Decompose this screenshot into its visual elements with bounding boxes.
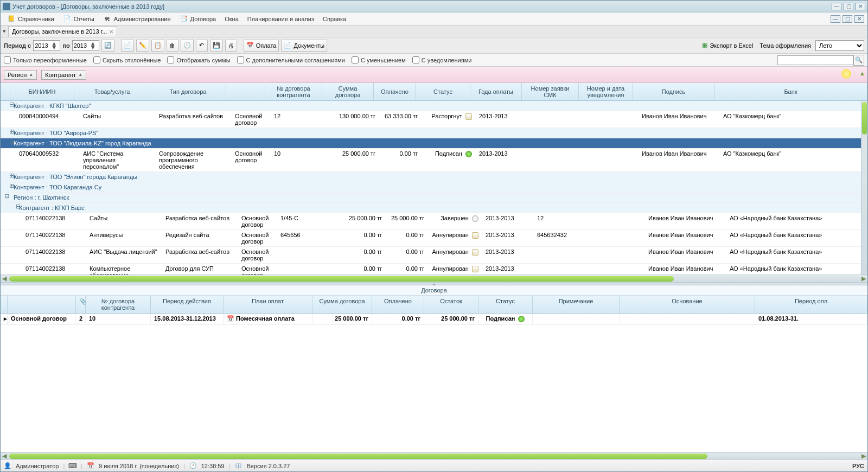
mdi-close-button[interactable]: ✕	[854, 15, 864, 23]
col-product[interactable]: Товар/услуга	[74, 83, 150, 100]
oplata-button[interactable]: Оплата	[244, 40, 279, 52]
menu-okna[interactable]: Окна	[221, 15, 242, 23]
hscroll-thumb[interactable]	[9, 276, 674, 282]
col-sign[interactable]: Подпись	[633, 83, 714, 100]
group-row-counterparty[interactable]: ⊟Контрагент : КГКП Барс	[1, 203, 867, 213]
tab-dropdown[interactable]: ▾	[1, 28, 8, 35]
edit-button[interactable]: ✏️	[136, 40, 149, 52]
save-button[interactable]: 💾	[210, 40, 223, 52]
scroll-left-arrow[interactable]: ◀	[1, 275, 8, 282]
table-row[interactable]: 071140022138АИС "Выдача лицензий"Разрабо…	[1, 247, 867, 264]
scroll-up-arrow[interactable]: ▲	[859, 70, 865, 76]
menu-dogovora[interactable]: 📑Договора	[176, 14, 220, 24]
refresh-button[interactable]: 🔄	[101, 40, 114, 52]
scroll-right-arrow[interactable]: ▶	[860, 275, 867, 282]
year-from-input[interactable]: ▲▼	[33, 40, 60, 51]
filter-with-addenda[interactable]: С дополнительными соглашениями	[237, 56, 345, 63]
theme-select[interactable]: Лето	[815, 40, 864, 51]
filter-with-decrease[interactable]: С уменьшением	[352, 56, 406, 63]
group-row-counterparty[interactable]: ⊞Контрагент : ТОО "Аврора-PS"	[1, 128, 867, 138]
grid-body[interactable]: ⊟Контрагент : КГКП "Шахтер"000840000494С…	[1, 101, 867, 275]
detail-col-name[interactable]	[8, 296, 76, 313]
detail-col-sum[interactable]: Сумма договора	[312, 296, 372, 313]
detail-col-plan[interactable]: План оплат	[224, 296, 312, 313]
history-button[interactable]: 🕘	[181, 40, 194, 52]
mdi-restore-button[interactable]: ▢	[843, 15, 852, 23]
detail-col-period[interactable]: Период действия	[151, 296, 224, 313]
copy-button[interactable]: 📋	[151, 40, 164, 52]
expand-toggle[interactable]: ⊞	[1, 128, 10, 138]
undo-button[interactable]: ↶	[196, 40, 208, 52]
menu-plan[interactable]: Планирование и анализ	[244, 15, 317, 23]
tab-contracts-2013[interactable]: Договоры, заключенные в 2013 г... ✕	[8, 26, 117, 37]
search-button[interactable]: 🔍	[853, 55, 864, 66]
expand-toggle[interactable]: ⊞	[1, 182, 10, 192]
col-type[interactable]: Тип договора	[150, 83, 226, 100]
group-chip-region[interactable]: Регион▲	[4, 70, 37, 80]
status-lang[interactable]: РУС	[852, 463, 864, 469]
documents-button[interactable]: 📄Документы	[281, 40, 327, 52]
table-row[interactable]: 071140022138Компьютерное оборудованиеДог…	[1, 264, 867, 275]
expand-toggle[interactable]: ⊟	[1, 203, 16, 213]
scroll-right-arrow[interactable]: ▶	[860, 452, 867, 460]
col-notif[interactable]: Номер и дата уведомления	[579, 83, 633, 100]
print-button[interactable]: 🖨	[225, 40, 237, 52]
col-years[interactable]: Года оплаты	[470, 83, 522, 100]
group-row-counterparty[interactable]: ⊞Контрагент : ТОО Караганда Су	[1, 182, 867, 193]
expand-toggle[interactable]: ⊟	[1, 193, 10, 202]
detail-row[interactable]: ▸ Основной договор 2 10 15.08.2013-31.12…	[1, 314, 867, 324]
group-row-counterparty[interactable]: ⊟Контрагент : ТОО "Людмила-KZ" город Кар…	[1, 138, 867, 149]
group-row-region[interactable]: ⊟Регион : г. Шахтинск	[1, 193, 867, 203]
detail-col-payperiod[interactable]: Период опл	[755, 296, 867, 313]
horizontal-scrollbar[interactable]: ◀ ▶	[1, 275, 867, 282]
detail-col-attach[interactable]: 📎	[76, 296, 86, 313]
year-to-input[interactable]: ▲▼	[72, 40, 99, 51]
menu-spravka[interactable]: Справка	[320, 15, 349, 23]
col-paid[interactable]: Оплачено	[374, 83, 416, 100]
maximize-button[interactable]: ▢	[844, 3, 853, 10]
col-bin[interactable]: БИН/ИИН	[10, 83, 74, 100]
expand-toggle[interactable]: ⊞	[1, 172, 10, 182]
menu-spravochniki[interactable]: 📒Справочники	[4, 14, 58, 24]
minimize-button[interactable]: —	[832, 3, 841, 10]
table-row[interactable]: 071140022138СайтыРазработка веб-сайтовОс…	[1, 213, 867, 230]
menu-admin[interactable]: 🛠Администрирование	[100, 14, 174, 24]
table-row[interactable]: 071140022138АнтивирусыРедизайн сайтаОсно…	[1, 230, 867, 247]
group-row-counterparty[interactable]: ⊟Контрагент : КГКП "Шахтер"	[1, 101, 867, 111]
new-button[interactable]: 📄	[121, 40, 134, 52]
filter-hide-declined[interactable]: Скрыть отклонённые	[93, 56, 161, 63]
table-row[interactable]: 000840000494СайтыРазработка веб-сайтовОс…	[1, 111, 867, 128]
expand-toggle[interactable]: ⊟	[1, 138, 10, 148]
col-smk[interactable]: Номер заявки СМК	[522, 83, 579, 100]
tab-close-button[interactable]: ✕	[109, 29, 113, 35]
detail-col-basis[interactable]: Основание	[620, 296, 755, 313]
table-row[interactable]: 070640009532АИС "Система управления перс…	[1, 149, 867, 172]
col-status[interactable]: Статус	[416, 83, 470, 100]
mdi-minimize-button[interactable]: —	[831, 15, 840, 23]
filter-show-sums[interactable]: Отображать суммы	[167, 56, 230, 63]
delete-button[interactable]: 🗑	[167, 40, 178, 52]
filter-only-reformed[interactable]: Только переоформленные	[4, 56, 87, 63]
hscroll-thumb[interactable]	[9, 454, 707, 459]
col-bank[interactable]: Банк	[714, 83, 867, 100]
menu-otchety[interactable]: 📄Отчеты	[60, 14, 98, 24]
col-blank[interactable]	[226, 83, 265, 100]
detail-col-status[interactable]: Статус	[478, 296, 533, 313]
col-no[interactable]: № договора контрагента	[265, 83, 322, 100]
close-button[interactable]: ✕	[856, 3, 865, 10]
detail-col-paid[interactable]: Оплачено	[372, 296, 424, 313]
detail-horizontal-scrollbar[interactable]: ◀ ▶	[1, 452, 867, 460]
filter-with-notif[interactable]: С уведомлениями	[412, 56, 472, 63]
vertical-scrollbar[interactable]	[861, 101, 867, 275]
search-input[interactable]	[777, 55, 853, 65]
scrollbar-thumb[interactable]	[862, 102, 867, 135]
export-excel-button[interactable]: ▦Экспорт в Excel	[700, 40, 755, 52]
group-chip-counterparty[interactable]: Контрагент▲	[41, 70, 86, 80]
col-sum[interactable]: Сумма договора	[322, 83, 374, 100]
detail-col-ost[interactable]: Остаток	[424, 296, 478, 313]
scroll-left-arrow[interactable]: ◀	[1, 452, 8, 460]
expand-toggle[interactable]: ⊟	[1, 101, 10, 111]
detail-col-no[interactable]: № договора контрагента	[86, 296, 151, 313]
detail-col-note[interactable]: Примечание	[533, 296, 620, 313]
group-row-counterparty[interactable]: ⊞Контрагент : ТОО "Элион" города Караган…	[1, 172, 867, 182]
